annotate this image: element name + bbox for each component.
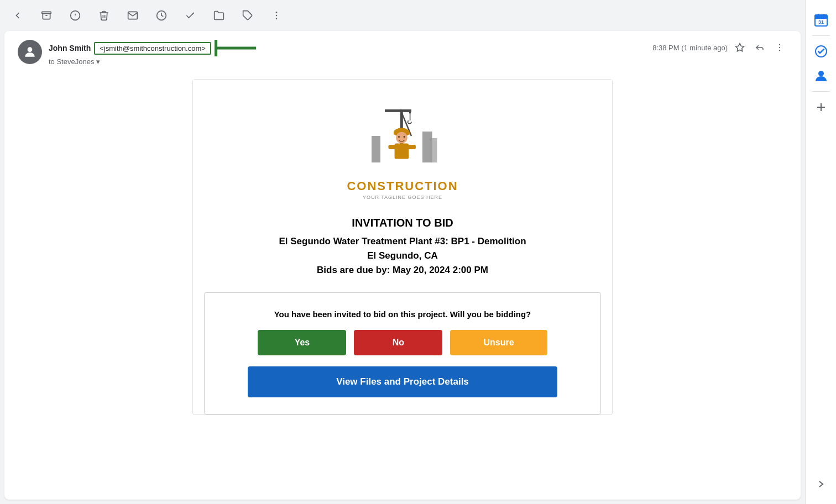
check-button[interactable] [181,7,199,24]
dropdown-icon[interactable]: ▾ [96,57,100,66]
expand-sidebar-button[interactable] [810,473,832,495]
delete-button[interactable] [95,7,113,24]
svg-point-14 [779,44,780,45]
svg-point-39 [818,71,824,76]
recipient-line[interactable]: to SteveJones ▾ [49,57,259,66]
sidebar-divider-2 [812,91,830,92]
svg-point-31 [398,136,400,138]
sender-details: John Smith <jsmith@smithconstruction.com… [49,40,259,66]
right-sidebar: 31 [805,0,836,504]
project-location: El Segundo, CA [215,250,590,261]
timestamp: 8:38 PM (1 minute ago) [652,44,728,52]
svg-point-32 [404,136,405,138]
tag-button[interactable] [239,7,257,24]
logo-image [358,96,447,185]
reply-button[interactable] [752,40,767,55]
svg-point-10 [28,47,33,52]
info-button[interactable] [66,7,84,24]
clock-button[interactable] [153,7,170,24]
sender-name: John Smith [49,44,91,53]
tasks-sidebar-button[interactable] [810,40,832,62]
svg-rect-22 [372,136,380,162]
folder-button[interactable] [210,7,228,24]
svg-point-7 [276,12,278,13]
svg-rect-29 [388,145,397,149]
email-body: Construction YOUR TAGLINE GOES HERE INVI… [4,75,801,437]
star-button[interactable] [732,40,748,55]
svg-rect-24 [430,138,437,162]
bid-section: You have been invited to bid on this pro… [204,292,601,414]
svg-rect-30 [407,145,416,149]
email-toolbar [0,0,805,31]
avatar [18,40,42,64]
sender-info: John Smith <jsmith@smithconstruction.com… [18,40,259,66]
invitation-title: INVITATION TO BID [215,217,590,229]
svg-rect-18 [385,109,411,112]
bid-question: You have been invited to bid on this pro… [227,309,578,319]
svg-rect-0 [42,12,51,13]
more-toolbar-button[interactable] [268,7,285,24]
svg-point-15 [779,47,780,48]
contacts-sidebar-button[interactable] [810,65,832,87]
svg-point-8 [276,15,278,17]
more-email-button[interactable] [772,40,787,55]
email-meta: 8:38 PM (1 minute ago) [652,40,787,55]
view-files-button[interactable]: View Files and Project Details [248,366,557,397]
email-text-section: INVITATION TO BID El Segundo Water Treat… [193,206,612,281]
logo-tagline: YOUR TAGLINE GOES HERE [363,195,442,200]
bid-response-buttons: Yes No Unsure [227,330,578,355]
bid-due-date: Bids are due by: May 20, 2024 2:00 PM [215,265,590,276]
back-button[interactable] [9,7,27,24]
project-name: El Segundo Water Treatment Plant #3: BP1… [215,236,590,247]
company-name-logo: Construction [347,179,458,193]
svg-marker-13 [736,44,744,51]
calendar-sidebar-button[interactable]: 31 [810,9,832,31]
email-container: John Smith <jsmith@smithconstruction.com… [4,31,801,500]
svg-text:31: 31 [818,19,823,25]
no-button[interactable]: No [354,330,442,355]
green-arrow-icon [215,40,259,56]
svg-rect-34 [815,15,827,19]
email-header: John Smith <jsmith@smithconstruction.com… [4,31,801,75]
svg-point-16 [779,50,780,51]
logo-section: Construction YOUR TAGLINE GOES HERE [193,80,612,206]
sender-email: <jsmith@smithconstruction.com> [94,42,211,55]
email-button[interactable] [124,7,142,24]
construction-logo: Construction YOUR TAGLINE GOES HERE [347,96,458,200]
sidebar-divider-1 [812,35,830,36]
add-sidebar-button[interactable] [810,96,832,118]
archive-button[interactable] [38,7,55,24]
yes-button[interactable]: Yes [258,330,346,355]
svg-point-9 [276,18,278,20]
unsure-button[interactable]: Unsure [450,330,547,355]
email-content: Construction YOUR TAGLINE GOES HERE INVI… [192,79,613,415]
